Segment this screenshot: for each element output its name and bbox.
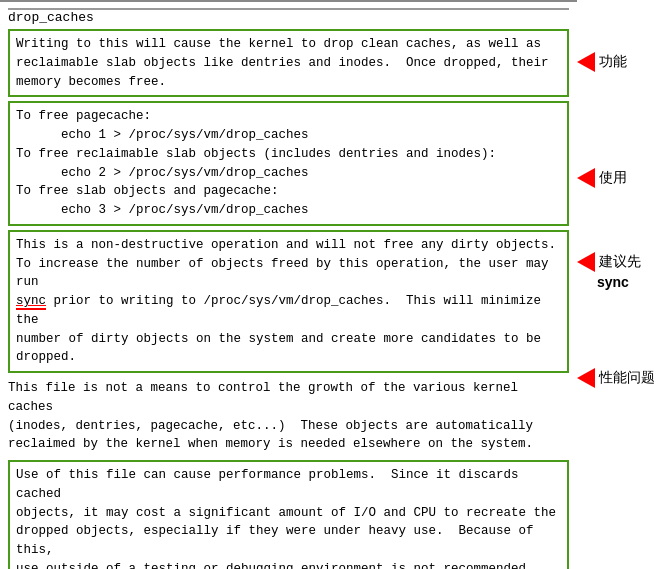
content-area: drop_caches Writing to this will cause t… (0, 0, 577, 569)
sidebar-label-sync-pre: 建议先 (599, 253, 641, 271)
sidebar-label-sync: sync (597, 274, 629, 290)
section-plain1: This file is not a means to control the … (8, 377, 569, 456)
sidebar-item-sync: sync (597, 274, 629, 290)
section-commands-box: To free pagecache: echo 1 > /proc/sys/vm… (8, 101, 569, 226)
sidebar-label-usage: 使用 (599, 169, 627, 187)
sidebar: 功能 使用 建议先 sync 性能问题 (577, 0, 657, 569)
section-commands-text: To free pagecache: echo 1 > /proc/sys/vm… (16, 109, 496, 217)
section-usage-text-after: prior to writing to /proc/sys/vm/drop_ca… (16, 294, 541, 364)
arrow-sync-icon (577, 252, 595, 272)
sidebar-label-func: 功能 (599, 53, 627, 71)
section-usage-box: This is a non-destructive operation and … (8, 230, 569, 373)
sidebar-item-usage: 使用 (577, 168, 627, 188)
section-usage-sync: sync (16, 294, 46, 310)
arrow-usage-icon (577, 168, 595, 188)
section-function-text: Writing to this will cause the kernel to… (16, 37, 549, 89)
arrow-perf-icon (577, 368, 595, 388)
section-performance-text: Use of this file can cause performance p… (16, 468, 556, 569)
section-function-box: Writing to this will cause the kernel to… (8, 29, 569, 97)
page-title: drop_caches (8, 10, 569, 25)
sidebar-item-func: 功能 (577, 52, 627, 72)
sidebar-label-perf: 性能问题 (599, 369, 655, 387)
sidebar-item-perf: 性能问题 (577, 368, 655, 388)
arrow-func-icon (577, 52, 595, 72)
sidebar-item-sync-label: 建议先 (577, 252, 641, 272)
section-plain1-text: This file is not a means to control the … (8, 381, 533, 451)
section-usage-text-before: This is a non-destructive operation and … (16, 238, 556, 290)
section-performance-box: Use of this file can cause performance p… (8, 460, 569, 569)
